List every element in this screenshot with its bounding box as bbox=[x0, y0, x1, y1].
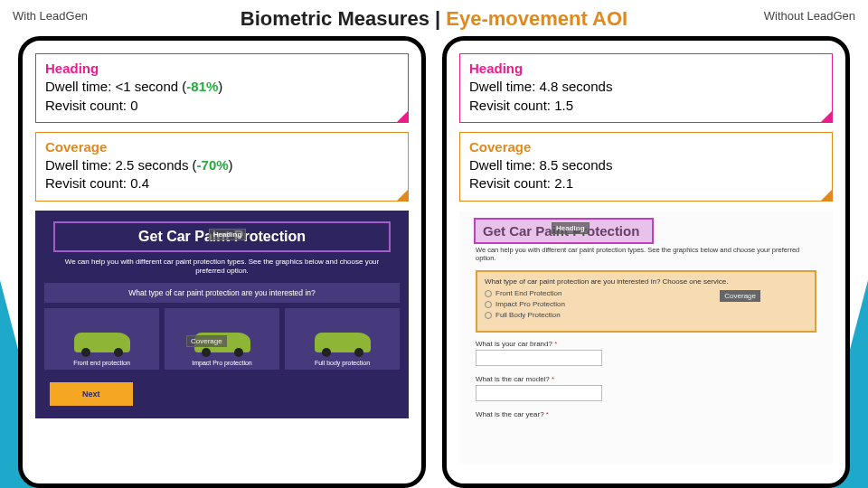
aoi-coverage-tag: Coverage bbox=[720, 290, 760, 302]
mock-question: What type of car paint protection are yo… bbox=[485, 277, 807, 286]
card-label: Full body protection bbox=[315, 360, 370, 366]
title-accent: Eye-movement AOI bbox=[446, 7, 627, 30]
note-coverage-left: Coverage Dwell time: 2.5 seconds (-70%) … bbox=[35, 132, 409, 202]
question-brand: What is your car brand? * bbox=[476, 340, 816, 348]
dwell-post: ) bbox=[218, 79, 222, 94]
dwell-delta: -70% bbox=[197, 157, 229, 173]
q-label: What is the car model? bbox=[476, 375, 550, 383]
mock-question: What type of car paint protection are yo… bbox=[44, 283, 400, 303]
dwell-pre: Dwell time: <1 second ( bbox=[45, 79, 186, 94]
radio-icon bbox=[485, 301, 492, 308]
note-heading-title: Heading bbox=[45, 60, 399, 78]
panels-row: Heading Dwell time: <1 second (-81%) Rev… bbox=[18, 36, 850, 488]
card-label: Front end protection bbox=[73, 360, 130, 366]
q-label: What is the car year? bbox=[476, 410, 544, 418]
mock-form-leadgen: Get Car Paint Protection Heading We can … bbox=[35, 211, 409, 418]
required-mark: * bbox=[554, 340, 557, 348]
car-icon bbox=[74, 333, 130, 352]
q-label: What is your car brand? bbox=[476, 340, 552, 348]
tablet-left: Heading Dwell time: <1 second (-81%) Rev… bbox=[18, 36, 426, 488]
note-coverage-revisit: Revisit count: 2.1 bbox=[469, 174, 823, 192]
note-heading-revisit: Revisit count: 1.5 bbox=[469, 97, 823, 115]
radio-label: Front End Protection bbox=[495, 289, 561, 297]
input-brand[interactable] bbox=[476, 350, 602, 366]
tablet-right: Heading Dwell time: 4.8 seconds Revisit … bbox=[442, 36, 850, 488]
mock-form-plain: Get Car Paint Protection Heading We can … bbox=[459, 211, 833, 464]
note-heading-title: Heading bbox=[469, 60, 823, 78]
next-button[interactable]: Next bbox=[50, 382, 133, 406]
mock-subtitle: We can help you with different car paint… bbox=[476, 246, 816, 264]
note-coverage-right: Coverage Dwell time: 8.5 seconds Revisit… bbox=[459, 132, 833, 202]
title-main: Biometric Measures bbox=[241, 7, 429, 30]
dwell-delta: -81% bbox=[186, 79, 218, 94]
note-coverage-revisit: Revisit count: 0.4 bbox=[45, 174, 399, 192]
dwell-pre: Dwell time: 2.5 seconds ( bbox=[45, 157, 197, 173]
mock-heading: Get Car Paint Protection Heading bbox=[53, 221, 391, 252]
radio-label: Full Body Protection bbox=[495, 311, 561, 319]
question-year: What is the car year? * bbox=[476, 410, 816, 418]
mock-heading: Get Car Paint Protection Heading bbox=[476, 220, 646, 242]
mock-cards-row: Front end protection Impact Pro protecti… bbox=[44, 308, 400, 370]
card-label: Impact Pro protection bbox=[192, 360, 252, 366]
title-sep: | bbox=[429, 7, 446, 30]
car-icon bbox=[315, 333, 371, 352]
aoi-heading-tag: Heading bbox=[209, 229, 247, 240]
note-heading-revisit: Revisit count: 0 bbox=[45, 97, 399, 115]
note-heading-dwell: Dwell time: <1 second (-81%) bbox=[45, 78, 399, 96]
note-heading-left: Heading Dwell time: <1 second (-81%) Rev… bbox=[35, 53, 409, 123]
note-coverage-dwell: Dwell time: 8.5 seconds bbox=[469, 156, 823, 174]
question-model: What is the car model? * bbox=[476, 375, 816, 383]
dwell-post: ) bbox=[229, 157, 233, 173]
input-model[interactable] bbox=[476, 385, 602, 401]
aoi-coverage-tag: Coverage bbox=[186, 335, 227, 347]
page-title: Biometric Measures | Eye-movement AOI bbox=[0, 7, 868, 31]
required-mark: * bbox=[552, 375, 554, 383]
note-heading-right: Heading Dwell time: 4.8 seconds Revisit … bbox=[459, 53, 833, 123]
note-coverage-title: Coverage bbox=[469, 138, 823, 156]
note-heading-dwell: Dwell time: 4.8 seconds bbox=[469, 78, 823, 96]
radio-icon bbox=[485, 312, 492, 319]
aoi-heading-tag: Heading bbox=[552, 222, 590, 234]
aoi-coverage-box: What type of car paint protection are yo… bbox=[476, 270, 816, 333]
card-front-end[interactable]: Front end protection bbox=[44, 308, 159, 370]
card-full-body[interactable]: Full body protection bbox=[285, 308, 400, 370]
note-coverage-title: Coverage bbox=[45, 138, 399, 156]
radio-label: Impact Pro Protection bbox=[495, 300, 565, 308]
radio-icon bbox=[485, 290, 492, 297]
card-impact-pro[interactable]: Impact Pro protection Coverage bbox=[165, 308, 279, 370]
radio-option-full[interactable]: Full Body Protection bbox=[485, 311, 807, 319]
mock-subtitle: We can help you with different car paint… bbox=[57, 258, 387, 277]
required-mark: * bbox=[546, 410, 549, 418]
note-coverage-dwell: Dwell time: 2.5 seconds (-70%) bbox=[45, 156, 399, 174]
